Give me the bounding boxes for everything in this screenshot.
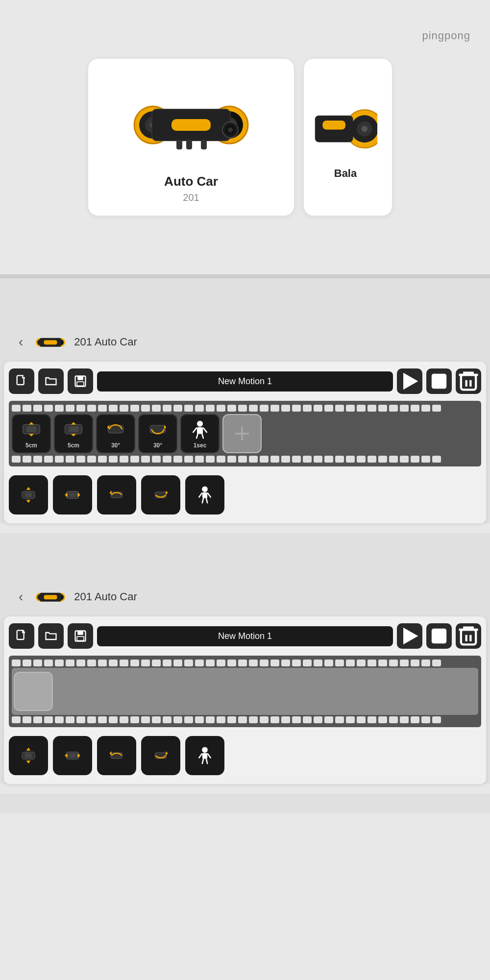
- motion-editor-panel-1: 5cm 5cm: [4, 362, 486, 523]
- action-rotate-left-1[interactable]: [97, 475, 136, 514]
- svg-line-60: [199, 493, 202, 497]
- svg-rect-21: [322, 121, 345, 130]
- perf-hole: [109, 405, 118, 412]
- perf-hole: [184, 456, 193, 463]
- frame-5-person[interactable]: 1sec: [180, 414, 220, 453]
- open-button-2[interactable]: [38, 623, 64, 649]
- robot-header-name-2: 201 Auto Car: [74, 590, 137, 603]
- back-button-1[interactable]: ‹: [15, 332, 27, 352]
- robot-cards-row: Auto Car 201 Bala: [0, 59, 490, 216]
- svg-point-12: [228, 127, 233, 132]
- svg-line-90: [208, 754, 211, 758]
- perf-hole: [346, 405, 355, 412]
- play-button-1[interactable]: [397, 368, 422, 394]
- perf-hole: [368, 456, 376, 463]
- perf-hole: [281, 405, 290, 412]
- perf-hole: [368, 660, 376, 666]
- person-icon-2: [194, 745, 216, 766]
- perf-hole: [152, 456, 161, 463]
- film-perforations-bottom-2: [12, 716, 478, 723]
- forward-back-icon-1: [18, 484, 39, 506]
- save-button-2[interactable]: [68, 623, 93, 649]
- perf-hole: [141, 405, 150, 412]
- frame-3-rotate-left[interactable]: 30°: [96, 414, 135, 453]
- action-rotate-right-1[interactable]: [141, 475, 180, 514]
- action-rotate-left-2[interactable]: [97, 736, 136, 775]
- section-divider-1: [0, 274, 490, 278]
- perf-hole: [173, 716, 182, 723]
- perf-hole: [400, 405, 409, 412]
- action-btns-row-1: [9, 473, 481, 516]
- open-button-1[interactable]: [38, 368, 64, 394]
- frame-4-rotate-right[interactable]: 30°: [138, 414, 177, 453]
- svg-rect-55: [69, 493, 76, 497]
- svg-line-89: [199, 754, 202, 758]
- svg-rect-82: [25, 754, 32, 758]
- new-icon-2: [15, 629, 28, 643]
- perf-hole: [292, 660, 301, 666]
- perf-hole: [12, 716, 21, 723]
- perf-hole: [195, 456, 204, 463]
- new-button-2[interactable]: [9, 623, 34, 649]
- perf-hole: [173, 405, 182, 412]
- perf-hole: [217, 716, 225, 723]
- perf-hole: [281, 660, 290, 666]
- perf-hole: [206, 405, 215, 412]
- toolbar-row-2: [9, 623, 481, 649]
- add-frame-button-2[interactable]: [14, 672, 53, 711]
- frame-2-forward[interactable]: 5cm: [54, 414, 93, 453]
- new-button-1[interactable]: [9, 368, 34, 394]
- rotate-left-icon-1: [106, 484, 127, 506]
- action-person-1[interactable]: [185, 475, 224, 514]
- perf-hole: [335, 456, 344, 463]
- back-button-2[interactable]: ‹: [15, 587, 27, 607]
- perf-hole: [163, 716, 172, 723]
- stop-button-1[interactable]: [426, 368, 452, 394]
- perf-hole: [357, 456, 366, 463]
- svg-rect-59: [202, 492, 207, 498]
- action-left-right-2[interactable]: [53, 736, 92, 775]
- perf-hole: [303, 456, 312, 463]
- perf-hole: [260, 405, 269, 412]
- add-frame-button-1[interactable]: [222, 414, 262, 453]
- perf-hole: [238, 405, 247, 412]
- motion-title-input-2[interactable]: [97, 626, 393, 646]
- frame-1-forward[interactable]: 5cm: [12, 414, 51, 453]
- save-button-1[interactable]: [68, 368, 93, 394]
- play-button-2[interactable]: [397, 623, 422, 649]
- robot-card-bala-partial[interactable]: Bala: [304, 59, 392, 216]
- svg-rect-41: [69, 426, 79, 432]
- perf-hole: [109, 456, 118, 463]
- perf-hole: [55, 716, 64, 723]
- action-forward-back-1[interactable]: [9, 475, 48, 514]
- save-icon-2: [74, 629, 87, 643]
- svg-point-44: [197, 421, 203, 427]
- perf-hole: [411, 660, 419, 666]
- action-left-right-1[interactable]: [53, 475, 92, 514]
- motion-title-input-1[interactable]: [97, 371, 393, 392]
- svg-rect-75: [432, 629, 446, 643]
- perf-hole: [44, 716, 53, 723]
- perf-hole: [44, 456, 53, 463]
- robot-card-autocar[interactable]: Auto Car 201: [88, 59, 294, 216]
- perf-hole: [98, 405, 107, 412]
- save-icon-1: [74, 374, 87, 388]
- perf-hole: [195, 716, 204, 723]
- perf-hole: [87, 456, 96, 463]
- action-person-2[interactable]: [185, 736, 224, 775]
- action-rotate-right-2[interactable]: [141, 736, 180, 775]
- perf-hole: [227, 716, 236, 723]
- svg-line-49: [202, 434, 203, 439]
- robot-header-name-1: 201 Auto Car: [74, 336, 137, 348]
- delete-button-1[interactable]: [456, 368, 481, 394]
- stop-button-2[interactable]: [426, 623, 452, 649]
- perf-hole: [120, 716, 128, 723]
- perf-hole: [249, 456, 258, 463]
- delete-button-2[interactable]: [456, 623, 481, 649]
- perf-hole: [335, 405, 344, 412]
- stop-icon-2: [426, 623, 452, 649]
- perf-hole: [206, 716, 215, 723]
- perf-hole: [357, 660, 366, 666]
- perf-hole: [23, 716, 31, 723]
- action-forward-back-2[interactable]: [9, 736, 48, 775]
